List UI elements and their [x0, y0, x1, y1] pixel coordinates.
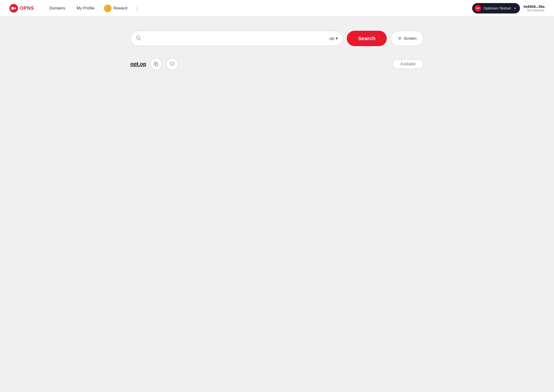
- svg-point-2: [14, 7, 16, 9]
- svg-text:$: $: [107, 7, 109, 10]
- result-row: opt.op Avaliable: [130, 58, 424, 70]
- chevron-down-icon: ▾: [514, 7, 516, 10]
- network-selector-button[interactable]: OP Optimism Testnet ▾: [472, 3, 520, 14]
- copy-icon: [154, 62, 158, 66]
- network-name: Optimism Testnet: [483, 6, 511, 10]
- logo-link[interactable]: OPNS: [9, 4, 34, 13]
- search-icon: [135, 35, 141, 42]
- wallet-address: 0x65b5...55a: [524, 5, 545, 8]
- reward-coin-icon: $: [104, 5, 111, 12]
- wallet-network-label: Test Network: [527, 8, 545, 12]
- filter-icon: [398, 36, 402, 41]
- nav-domains[interactable]: Domains: [44, 6, 71, 11]
- screen-label: Screen: [404, 36, 417, 41]
- search-button[interactable]: Search: [347, 31, 387, 46]
- search-container: .op ▾ Search Screen: [130, 31, 424, 46]
- more-menu-button[interactable]: ⋮: [133, 4, 142, 13]
- screen-button[interactable]: Screen: [391, 31, 424, 46]
- logo-text: OPNS: [20, 6, 34, 11]
- copy-button[interactable]: [150, 58, 162, 70]
- favorite-button[interactable]: [166, 58, 178, 70]
- main-content: .op ▾ Search Screen opt.op: [111, 17, 443, 80]
- tld-selector[interactable]: .op ▾: [326, 36, 338, 41]
- svg-line-6: [140, 39, 141, 40]
- nav-reward[interactable]: $ Reward: [100, 5, 131, 12]
- reward-label: Reward: [113, 6, 127, 11]
- search-input-wrapper: .op ▾: [130, 31, 343, 46]
- heart-icon: [170, 62, 175, 66]
- svg-point-1: [11, 7, 14, 10]
- network-icon: OP: [475, 5, 481, 12]
- tld-value: .op: [329, 36, 334, 41]
- svg-rect-10: [156, 63, 158, 66]
- header: OPNS Domains My Profile $ Reward ⋮ OP Op…: [0, 0, 554, 17]
- domain-result-name[interactable]: opt.op: [130, 61, 146, 67]
- header-right: OP Optimism Testnet ▾ 0x65b5...55a Test …: [472, 3, 545, 14]
- tld-chevron-icon: ▾: [336, 36, 338, 41]
- wallet-info: 0x65b5...55a Test Network: [524, 5, 545, 12]
- main-nav: Domains My Profile $ Reward ⋮: [44, 4, 472, 13]
- availability-badge[interactable]: Avaliable: [392, 59, 424, 69]
- nav-my-profile[interactable]: My Profile: [71, 6, 100, 11]
- search-input[interactable]: [144, 36, 323, 41]
